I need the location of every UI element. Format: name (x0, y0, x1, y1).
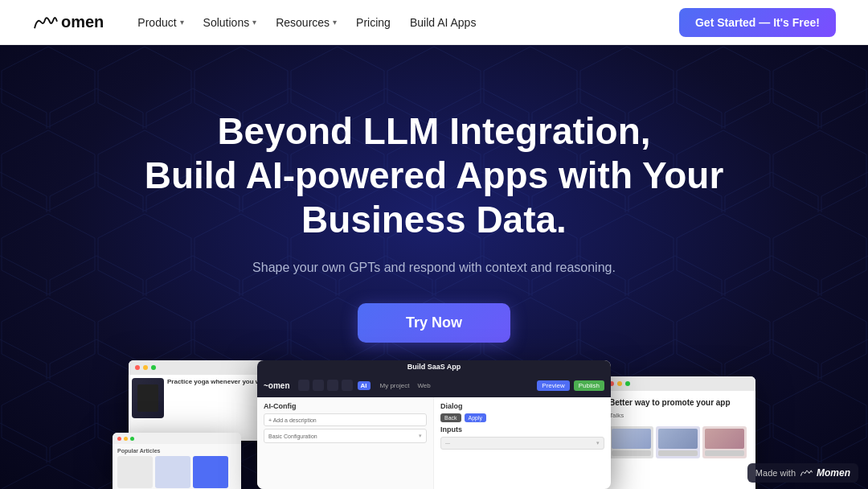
toolbar-icon-4[interactable] (342, 380, 353, 391)
made-with-logo-icon (800, 469, 813, 477)
promote-maximize-dot (625, 381, 630, 386)
dialog-actions: Back Apply (440, 413, 604, 422)
made-with-brand: Momen (817, 467, 850, 479)
jacket-shape (137, 384, 158, 412)
hero-section: Beyond LLM Integration, Build AI-powered… (0, 45, 868, 489)
promote-content: Better way to promote your app Talks (603, 391, 755, 465)
screen-promote: Better way to promote your app Talks (603, 376, 755, 489)
logo[interactable]: omen (32, 13, 104, 31)
chevron-down-icon: ▾ (419, 433, 422, 439)
hero-content: Beyond LLM Integration, Build AI-powered… (121, 45, 747, 343)
promote-desc: Talks (609, 411, 749, 420)
main-window-content: AI-Config + Add a description Basic Conf… (257, 397, 611, 489)
toolbar-icon-2[interactable] (313, 380, 324, 391)
dialog-panel: Dialog Back Apply Inputs ··· ▾ (434, 397, 611, 489)
screenshots-area: Practice yoga whenever you want Popular … (104, 344, 764, 489)
basic-config-dropdown[interactable]: Basic Configuration ▾ (264, 429, 427, 443)
promote-row-3 (705, 450, 744, 457)
nav-product[interactable]: Product ▾ (129, 11, 191, 34)
get-started-button[interactable]: Get Started — It's Free! (679, 8, 836, 37)
articles-list (117, 456, 236, 488)
toolbar-icon-1[interactable] (298, 380, 309, 391)
window-maximize-dot (151, 365, 156, 370)
project-label: My project (380, 382, 410, 389)
screen-articles: Popular Articles (113, 433, 241, 489)
toolbar-icon-3[interactable] (327, 380, 338, 391)
article-3 (193, 456, 228, 488)
hero-subtitle: Shape your own GPTs and respond with con… (252, 257, 616, 278)
promote-minimize-dot (617, 381, 622, 386)
promote-img-3 (702, 426, 747, 458)
build-saas-bar: Build SaaS App (257, 360, 611, 373)
chevron-down-icon: ▾ (252, 18, 256, 27)
dialog-title: Dialog (440, 402, 604, 410)
ai-badge: AI (358, 381, 371, 390)
apply-button[interactable]: Apply (465, 413, 487, 422)
toolbar-icons (298, 380, 353, 391)
promote-face-3 (705, 429, 744, 448)
promote-img-2 (656, 426, 700, 458)
article-1 (117, 456, 153, 488)
inputs-text: ··· (445, 441, 450, 446)
article-2 (155, 456, 190, 488)
articles-maximize-dot (130, 437, 134, 441)
navbar: omen Product ▾ Solutions ▾ Resources ▾ P… (0, 0, 868, 45)
chevron-down-icon: ▾ (180, 18, 184, 27)
inputs-title: Inputs (440, 425, 604, 434)
promote-row-2 (658, 450, 698, 457)
inputs-chevron: ▾ (596, 440, 600, 446)
main-toolbar: ~omen AI My project Web Preview Publish (257, 373, 611, 397)
nav-build-ai[interactable]: Build AI Apps (402, 11, 485, 34)
logo-text: omen (61, 13, 104, 31)
articles-body: Popular Articles (113, 444, 241, 489)
promote-body: Better way to promote your app Talks (603, 391, 755, 489)
promote-chrome (603, 376, 755, 391)
nav-pricing[interactable]: Pricing (348, 11, 399, 34)
preview-button[interactable]: Preview (537, 380, 569, 391)
promote-row-1 (612, 450, 651, 457)
toolbar-right: Preview Publish (537, 380, 604, 391)
made-with-text: Made with (755, 468, 796, 478)
add-description-row[interactable]: + Add a description (264, 413, 427, 426)
window-minimize-dot (143, 365, 148, 370)
config-panel: AI-Config + Add a description Basic Conf… (257, 397, 434, 489)
hero-title: Beyond LLM Integration, Build AI-powered… (121, 109, 747, 243)
screen-main: Build SaaS App ~omen AI My project Web P… (257, 360, 611, 489)
jacket-image (132, 378, 164, 418)
inputs-row[interactable]: ··· ▾ (440, 437, 604, 450)
web-label: Web (417, 382, 430, 389)
try-now-button[interactable]: Try Now (358, 303, 510, 343)
nav-links: Product ▾ Solutions ▾ Resources ▾ Pricin… (129, 11, 484, 34)
yoga-text: Practice yoga whenever you want (167, 378, 270, 386)
toolbar-logo: ~omen (264, 381, 290, 390)
publish-button[interactable]: Publish (574, 380, 604, 391)
made-with-badge: Made with Momen (747, 463, 858, 483)
config-title: AI-Config (264, 402, 427, 410)
articles-chrome (113, 433, 241, 444)
promote-face-2 (658, 429, 698, 448)
articles-title: Popular Articles (117, 448, 236, 454)
promote-images (609, 426, 749, 458)
nav-solutions[interactable]: Solutions ▾ (195, 11, 265, 34)
promote-face-1 (612, 429, 651, 448)
nav-left: omen Product ▾ Solutions ▾ Resources ▾ P… (32, 11, 484, 34)
back-button[interactable]: Back (440, 413, 461, 422)
chevron-down-icon: ▾ (333, 18, 337, 27)
window-close-dot (135, 365, 140, 370)
nav-resources[interactable]: Resources ▾ (268, 11, 345, 34)
articles-minimize-dot (124, 437, 128, 441)
articles-close-dot (117, 437, 121, 441)
promote-img-1 (609, 426, 653, 458)
promote-title: Better way to promote your app (609, 397, 749, 408)
